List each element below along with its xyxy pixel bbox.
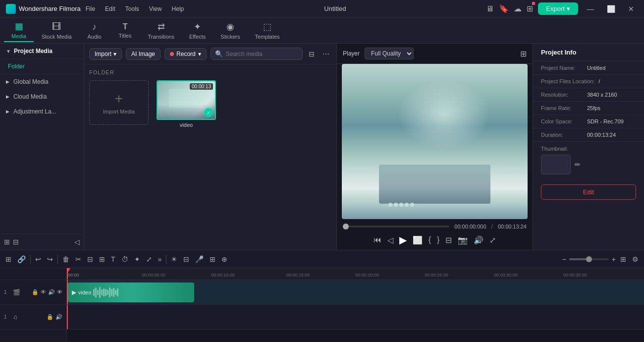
- video-clip[interactable]: ▶ video: [68, 283, 194, 302]
- quality-selector[interactable]: Full Quality: [365, 48, 414, 59]
- cloud-media-item[interactable]: ▶ Cloud Media: [0, 89, 84, 104]
- app-logo: Wondershare Filmora: [6, 4, 81, 14]
- titlebar-menu: File Edit Tools View Help: [86, 5, 184, 12]
- menu-help[interactable]: Help: [172, 5, 184, 12]
- video-track-area[interactable]: ▶ video: [67, 280, 644, 305]
- filter-icon[interactable]: ⊟: [307, 48, 317, 60]
- video-track-visible-icon[interactable]: 👁: [57, 289, 62, 295]
- zoom-slider[interactable]: [569, 258, 609, 260]
- video-track-hide-icon[interactable]: 🔊: [48, 289, 55, 295]
- audio-track-area[interactable]: [67, 305, 644, 330]
- project-media-title: Project Media: [14, 48, 53, 55]
- zoom-in-icon[interactable]: +: [612, 255, 616, 263]
- video-track-label: 1 🎬 🔒 👁 🔊 👁: [0, 280, 66, 305]
- delete-icon[interactable]: 🗑: [61, 254, 71, 265]
- maximize-button[interactable]: ⬜: [603, 4, 619, 14]
- tab-stickers[interactable]: ◉ Stickers: [214, 19, 247, 42]
- progress-slider[interactable]: [343, 226, 449, 228]
- fullscreen-ctrl-icon[interactable]: ⤢: [489, 235, 496, 245]
- layout-icon[interactable]: ⊞: [619, 254, 628, 265]
- toolbar-separator-2: [57, 255, 58, 264]
- magnet-icon[interactable]: ⊕: [220, 254, 229, 265]
- frame-backward-icon[interactable]: ◁: [387, 235, 393, 245]
- split-icon[interactable]: ⊞: [98, 254, 107, 265]
- thumbnail-edit-icon[interactable]: ✏: [575, 161, 581, 169]
- tab-stock-media[interactable]: 🎞 Stock Media: [35, 20, 79, 42]
- video-track-mute-icon[interactable]: 👁: [41, 289, 46, 295]
- close-button[interactable]: ✕: [624, 4, 638, 14]
- ai-image-button[interactable]: AI Image: [126, 48, 161, 60]
- more-options-icon[interactable]: ⋯: [321, 48, 331, 60]
- import-media-placeholder[interactable]: + Import Media: [89, 80, 149, 125]
- fullscreen-icon[interactable]: ⊞: [520, 49, 527, 58]
- import-button[interactable]: Import ▾: [89, 48, 122, 60]
- edit-button[interactable]: Edit: [541, 184, 636, 200]
- upload-icon[interactable]: ☁: [514, 4, 522, 13]
- link-tracks-icon[interactable]: 🔗: [16, 254, 27, 265]
- media-panel: Import ▾ AI Image Record ▾ 🔍 ⊟ ⋯ FOLDER …: [84, 44, 337, 250]
- cut-icon[interactable]: ✂: [74, 254, 83, 265]
- audio-track-icon[interactable]: ⊞: [208, 254, 217, 265]
- panel-collapse-icon[interactable]: ▼: [6, 49, 11, 54]
- timer-icon[interactable]: ⏱: [120, 254, 130, 265]
- tab-titles[interactable]: T Titles: [110, 20, 140, 41]
- redo-icon[interactable]: ↪: [46, 254, 54, 265]
- more-tools-icon[interactable]: »: [157, 254, 163, 265]
- menu-edit[interactable]: Edit: [105, 5, 115, 12]
- cloud-media-expand-icon: ▶: [6, 94, 9, 99]
- undo-icon[interactable]: ↩: [34, 254, 43, 265]
- search-input[interactable]: [226, 51, 298, 57]
- stop-icon[interactable]: ⬜: [413, 235, 423, 245]
- audio-track-num: 1: [4, 314, 11, 320]
- monitor-icon[interactable]: 🖥: [486, 4, 494, 13]
- mic-icon[interactable]: 🎤: [194, 254, 205, 265]
- media-item-video[interactable]: 00:00:13 ✓ ⬚ video: [157, 80, 216, 128]
- audio-track-mute-icon[interactable]: 🔊: [55, 314, 62, 320]
- tab-transitions[interactable]: ⇄ Transitions: [141, 19, 181, 42]
- zoom-out-icon[interactable]: −: [562, 255, 566, 263]
- mark-in-icon[interactable]: {: [429, 235, 431, 244]
- export-button[interactable]: Export ▾: [538, 2, 578, 15]
- video-track-lock-icon[interactable]: 🔒: [32, 289, 39, 295]
- folder-item[interactable]: Folder: [0, 59, 84, 74]
- record-button[interactable]: Record ▾: [164, 48, 207, 60]
- thumbnail-box: [541, 155, 571, 174]
- text-icon[interactable]: T: [109, 254, 117, 265]
- volume-icon[interactable]: 🔊: [474, 235, 483, 245]
- play-button[interactable]: ▶: [399, 234, 407, 246]
- bookmark-icon[interactable]: 🔖: [499, 4, 509, 13]
- step-backward-icon[interactable]: ⏮: [374, 235, 381, 244]
- minimize-button[interactable]: —: [583, 4, 598, 14]
- speed-icon[interactable]: ☀: [169, 254, 179, 265]
- timeline-playhead[interactable]: [67, 268, 68, 280]
- tab-effects[interactable]: ✦ Effects: [182, 19, 213, 42]
- audio-track-lock-icon[interactable]: 🔒: [47, 314, 54, 320]
- menu-file[interactable]: File: [86, 5, 95, 12]
- resolution-row: Resolution: 3840 x 2160: [533, 88, 644, 102]
- collapse-panel-icon[interactable]: ◁: [74, 238, 80, 246]
- global-media-label: Global Media: [13, 78, 49, 85]
- settings-icon[interactable]: ⚙: [631, 254, 640, 265]
- tab-media[interactable]: ▦ Media: [4, 19, 34, 42]
- menu-view[interactable]: View: [149, 5, 162, 12]
- tab-templates[interactable]: ⬚ Templates: [248, 19, 286, 42]
- crop-icon[interactable]: ⊟: [445, 235, 452, 245]
- apps-icon[interactable]: ⊞: [527, 4, 533, 13]
- mark-out-icon[interactable]: }: [437, 235, 439, 244]
- tab-audio[interactable]: ♪ Audio: [80, 20, 109, 42]
- menu-tools[interactable]: Tools: [125, 5, 139, 12]
- effects-timeline-icon[interactable]: ✦: [133, 254, 142, 265]
- snapshot-icon[interactable]: 📷: [458, 235, 468, 245]
- add-track-icon[interactable]: ⊞: [4, 254, 13, 265]
- remove-folder-icon[interactable]: ⊟: [13, 238, 19, 246]
- stabilize-icon[interactable]: ⊟: [182, 254, 191, 265]
- global-media-item[interactable]: ▶ Global Media: [0, 74, 84, 89]
- zoom-thumb[interactable]: [586, 256, 592, 262]
- audio-tab-label: Audio: [87, 34, 101, 40]
- add-folder-icon[interactable]: ⊞: [4, 238, 10, 246]
- search-box[interactable]: 🔍: [211, 48, 303, 60]
- crop-timeline-icon[interactable]: ⊟: [86, 254, 95, 265]
- adjustment-layer-item[interactable]: ▶ Adjustment La...: [0, 104, 84, 119]
- progress-thumb[interactable]: [343, 224, 349, 229]
- move-icon[interactable]: ⤢: [145, 254, 154, 265]
